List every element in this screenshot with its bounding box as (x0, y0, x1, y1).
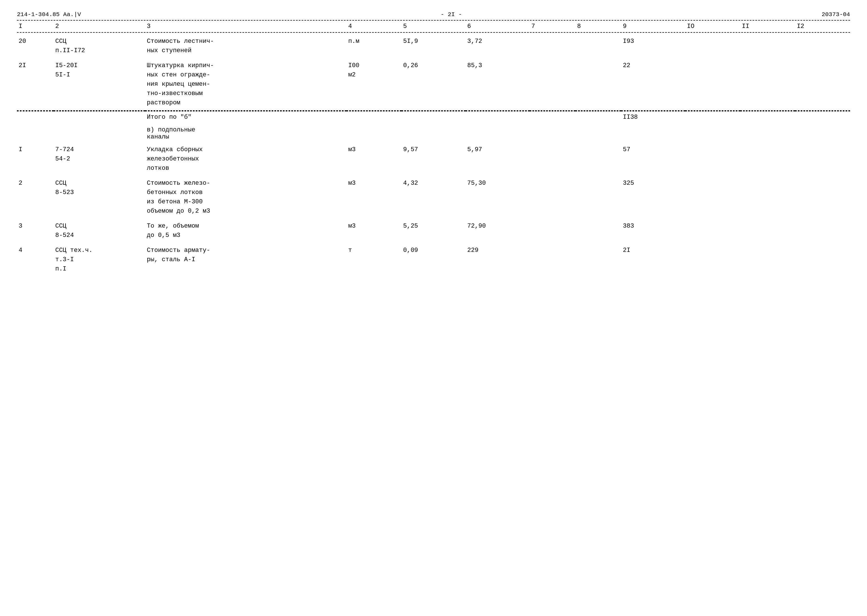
col-header-7: 7 (530, 22, 575, 31)
row-cell-9: 325 (621, 176, 685, 218)
subtotal-cell-9: II38 (621, 112, 685, 123)
row-cell-10 (685, 142, 740, 176)
subtotal-cell-11 (740, 112, 795, 123)
col-header-10: IO (685, 22, 740, 31)
row-cell-5: 0,09 (402, 243, 465, 277)
row-cell-12 (795, 34, 850, 58)
row-cell-7 (530, 58, 575, 110)
subtotal-cell-5 (402, 112, 465, 123)
table-row: 3ССЦ 8-524То же, объемом до 0,5 м3м35,25… (17, 218, 850, 243)
row-cell-11 (740, 176, 795, 218)
row-cell-7 (530, 142, 575, 176)
section-cell-7 (530, 123, 575, 142)
row-cell-3: То же, объемом до 0,5 м3 (145, 218, 347, 243)
section-cell-1 (17, 123, 54, 142)
row-cell-2: ССЦ 8-523 (54, 176, 145, 218)
row-cell-4: м3 (347, 142, 402, 176)
section-cell-12 (795, 123, 850, 142)
row-cell-6: 3,72 (465, 34, 530, 58)
row-cell-10 (685, 176, 740, 218)
row-cell-1: 4 (17, 243, 54, 277)
row-cell-6: 75,30 (465, 176, 530, 218)
col-header-12: I2 (795, 22, 850, 31)
header-center: - 2I - (441, 11, 462, 18)
row-cell-2: I5-20I 5I-I (54, 58, 145, 110)
table-row: 20ССЦ п.II-I72Стоимость лестнич- ных сту… (17, 34, 850, 58)
row-cell-9: I93 (621, 34, 685, 58)
row-cell-2: ССЦ тех.ч. т.3-I п.I (54, 243, 145, 277)
row-cell-2: ССЦ п.II-I72 (54, 34, 145, 58)
row-cell-9: 57 (621, 142, 685, 176)
row-cell-3: Стоимость армату- ры, сталь А-I (145, 243, 347, 277)
col-header-11: II (740, 22, 795, 31)
row-cell-11 (740, 142, 795, 176)
section-header-row: в) подпольные каналы (17, 123, 850, 142)
row-cell-4: т (347, 243, 402, 277)
subtotal-cell-3: Итого по "б" (145, 112, 347, 123)
row-cell-1: 20 (17, 34, 54, 58)
row-cell-8 (575, 176, 621, 218)
section-cell-10 (685, 123, 740, 142)
row-cell-4: м3 (347, 176, 402, 218)
row-cell-12 (795, 176, 850, 218)
row-cell-12 (795, 142, 850, 176)
col-header-8: 8 (575, 22, 621, 31)
row-cell-4: п.м (347, 34, 402, 58)
row-cell-11 (740, 34, 795, 58)
row-cell-8 (575, 243, 621, 277)
row-cell-3: Стоимость железо- бетонных лотков из бет… (145, 176, 347, 218)
row-cell-9: 22 (621, 58, 685, 110)
header-left: 214-1-304.85 Аа.|V (17, 11, 81, 18)
section-cell-11 (740, 123, 795, 142)
table-row: 2II5-20I 5I-IШтукатурка кирпич- ных стен… (17, 58, 850, 110)
row-cell-10 (685, 34, 740, 58)
row-cell-11 (740, 58, 795, 110)
col-header-2: 2 (54, 22, 145, 31)
section-cell-8 (575, 123, 621, 142)
row-cell-3: Стоимость лестнич- ных ступеней (145, 34, 347, 58)
row-cell-9: 2I (621, 243, 685, 277)
row-cell-9: 383 (621, 218, 685, 243)
col-header-6: 6 (465, 22, 530, 31)
col-header-5: 5 (402, 22, 465, 31)
section-cell-5 (402, 123, 465, 142)
row-cell-8 (575, 58, 621, 110)
table-row: 4ССЦ тех.ч. т.3-I п.IСтоимость армату- р… (17, 243, 850, 277)
col-header-3: 3 (145, 22, 347, 31)
row-cell-10 (685, 218, 740, 243)
row-cell-7 (530, 243, 575, 277)
row-cell-1: I (17, 142, 54, 176)
subtotal-cell-2 (54, 112, 145, 123)
table-row: I7-724 54-2Укладка сборных железобетонны… (17, 142, 850, 176)
row-cell-8 (575, 218, 621, 243)
row-cell-3: Штукатурка кирпич- ных стен огражде- ния… (145, 58, 347, 110)
row-cell-12 (795, 58, 850, 110)
row-cell-7 (530, 34, 575, 58)
row-cell-10 (685, 243, 740, 277)
section-cell-9 (621, 123, 685, 142)
row-cell-11 (740, 243, 795, 277)
section-cell-6 (465, 123, 530, 142)
row-cell-6: 5,97 (465, 142, 530, 176)
row-cell-8 (575, 34, 621, 58)
row-cell-8 (575, 142, 621, 176)
subtotal-cell-8 (575, 112, 621, 123)
row-cell-5: 5,25 (402, 218, 465, 243)
section-cell-4 (347, 123, 402, 142)
subtotal-cell-6 (465, 112, 530, 123)
row-cell-7 (530, 176, 575, 218)
subtotal-cell-10 (685, 112, 740, 123)
row-cell-3: Укладка сборных железобетонных лотков (145, 142, 347, 176)
row-cell-4: м3 (347, 218, 402, 243)
row-cell-10 (685, 58, 740, 110)
row-cell-6: 229 (465, 243, 530, 277)
subtotal-row: Итого по "б"II38 (17, 112, 850, 123)
row-cell-12 (795, 218, 850, 243)
row-cell-2: 7-724 54-2 (54, 142, 145, 176)
row-cell-11 (740, 218, 795, 243)
header-right: 20373-04 (821, 11, 850, 18)
col-header-4: 4 (347, 22, 402, 31)
row-cell-5: 0,26 (402, 58, 465, 110)
row-cell-6: 85,3 (465, 58, 530, 110)
subtotal-cell-12 (795, 112, 850, 123)
